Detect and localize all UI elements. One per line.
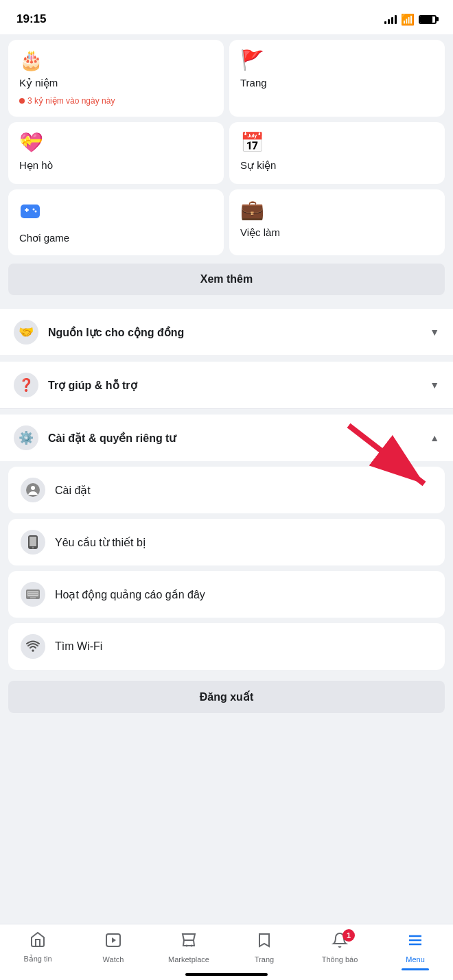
main-content: 🎂 Kỷ niệm 3 kỷ niệm vào ngày này 🚩 Trang… xyxy=(0,34,453,790)
submenu-cai-dat-label: Cài đặt xyxy=(55,484,91,497)
accordion-tro-giup[interactable]: ❓ Trợ giúp & hỗ trợ ▼ xyxy=(0,362,453,409)
svg-point-11 xyxy=(32,547,34,549)
tile-ky-niem-subtitle: 3 kỷ niệm vào ngày này xyxy=(19,96,213,106)
status-time: 19:15 xyxy=(16,12,46,26)
submenu-tim-wifi-label: Tìm Wi-Fi xyxy=(55,640,102,653)
section-divider-1 xyxy=(0,303,453,309)
tile-ky-niem-icon: 🎂 xyxy=(19,51,213,70)
tile-su-kien[interactable]: 📅 Sự kiện xyxy=(229,122,445,184)
nav-trang-label: Trang xyxy=(255,955,274,964)
svg-rect-10 xyxy=(30,537,36,546)
wifi-icon: 📶 xyxy=(401,13,415,26)
submenu-cai-dat[interactable]: Cài đặt xyxy=(8,467,445,513)
nav-trang[interactable]: Trang xyxy=(226,932,302,964)
submenu-hoat-dong-label: Hoạt động quảng cáo gần đây xyxy=(55,588,205,601)
active-indicator xyxy=(402,968,429,970)
tile-choi-game-label: Chơi game xyxy=(19,232,213,244)
submenu-yeu-cau-label: Yêu cầu từ thiết bị xyxy=(55,536,146,549)
nav-thong-bao[interactable]: 1 Thông báo xyxy=(302,932,378,964)
nav-trang-icon xyxy=(256,932,272,953)
accordion-cai-dat-quyen-chevron: ▲ xyxy=(430,432,439,443)
nav-bang-tin[interactable]: Bảng tin xyxy=(0,931,76,964)
nav-marketplace-icon xyxy=(181,932,197,953)
accordion-cai-dat-quyen-label: Cài đặt & quyền riêng tư xyxy=(48,432,420,445)
dot-red xyxy=(19,98,25,104)
status-bar: 19:15 📶 xyxy=(0,0,453,34)
svg-marker-19 xyxy=(112,937,116,943)
home-indicator xyxy=(185,973,268,976)
accordion-cai-dat-quyen-icon: ⚙️ xyxy=(14,425,38,450)
accordion-cai-dat-quyen[interactable]: ⚙️ Cài đặt & quyền riêng tư ▲ xyxy=(0,415,453,461)
nav-watch[interactable]: Watch xyxy=(76,932,151,964)
nav-watch-label: Watch xyxy=(103,955,124,964)
submenu-cai-dat-icon xyxy=(21,478,45,502)
accordion-nguon-luc[interactable]: 🤝 Nguồn lực cho cộng đồng ▼ xyxy=(0,309,453,356)
tile-hen-ho-label: Hẹn hò xyxy=(19,159,213,172)
nav-menu[interactable]: Menu xyxy=(378,932,453,964)
svg-point-3 xyxy=(33,209,35,211)
nav-thong-bao-label: Thông báo xyxy=(322,955,358,964)
tile-viec-lam[interactable]: 💼 Việc làm xyxy=(229,189,445,255)
logout-button[interactable]: Đăng xuất xyxy=(8,681,445,713)
accordion-nguon-luc-icon: 🤝 xyxy=(14,320,38,345)
nav-marketplace-label: Marketplace xyxy=(168,955,209,964)
status-icons: 📶 xyxy=(384,13,437,26)
nav-menu-label: Menu xyxy=(406,955,425,964)
tile-choi-game[interactable]: Chơi game xyxy=(8,189,224,255)
tile-viec-lam-icon: 💼 xyxy=(240,200,434,220)
tile-viec-lam-label: Việc làm xyxy=(240,226,434,239)
submenu-section: Cài đặt xyxy=(0,461,453,675)
nav-marketplace[interactable]: Marketplace xyxy=(151,932,226,964)
bottom-spacer xyxy=(0,721,453,790)
svg-rect-0 xyxy=(21,205,40,218)
section-divider-3 xyxy=(0,409,453,415)
signal-icon xyxy=(384,14,397,24)
tile-hen-ho[interactable]: 💝 Hẹn hò xyxy=(8,122,224,184)
submenu-hoat-dong-icon xyxy=(21,582,45,607)
battery-icon xyxy=(419,15,437,24)
grid-section: 🎂 Kỷ niệm 3 kỷ niệm vào ngày này 🚩 Trang… xyxy=(0,34,453,261)
bottom-nav: Bảng tin Watch Marketplace Trang xyxy=(0,924,453,980)
accordion-tro-giup-chevron: ▼ xyxy=(430,380,439,390)
nav-bang-tin-label: Bảng tin xyxy=(23,955,51,964)
accordion-tro-giup-label: Trợ giúp & hỗ trợ xyxy=(48,379,420,392)
tile-trang-label: Trang xyxy=(240,77,434,89)
nav-watch-icon xyxy=(105,932,121,953)
notification-badge: 1 xyxy=(342,929,355,942)
see-more-button[interactable]: Xem thêm xyxy=(8,264,445,295)
tile-trang-icon: 🚩 xyxy=(240,51,434,70)
accordion-tro-giup-icon: ❓ xyxy=(14,373,38,397)
tile-ky-niem[interactable]: 🎂 Kỷ niệm 3 kỷ niệm vào ngày này xyxy=(8,40,224,117)
tile-trang[interactable]: 🚩 Trang xyxy=(229,40,445,117)
submenu-hoat-dong[interactable]: Hoạt động quảng cáo gần đây xyxy=(8,571,445,618)
submenu-yeu-cau[interactable]: Yêu cầu từ thiết bị xyxy=(8,519,445,565)
nav-bang-tin-icon xyxy=(30,931,46,952)
submenu-tim-wifi[interactable]: Tìm Wi-Fi xyxy=(8,623,445,670)
tile-ky-niem-label: Kỷ niệm xyxy=(19,77,213,89)
svg-point-6 xyxy=(31,486,35,490)
section-divider-2 xyxy=(0,356,453,362)
svg-rect-13 xyxy=(27,591,38,596)
tile-su-kien-icon: 📅 xyxy=(240,133,434,152)
accordion-nguon-luc-chevron: ▼ xyxy=(430,327,439,338)
submenu-tim-wifi-icon xyxy=(21,634,45,659)
svg-point-17 xyxy=(32,650,34,652)
nav-menu-icon xyxy=(407,932,423,953)
tile-su-kien-label: Sự kiện xyxy=(240,159,434,172)
accordion-nguon-luc-label: Nguồn lực cho cộng đồng xyxy=(48,326,420,339)
svg-rect-2 xyxy=(26,208,27,212)
submenu-yeu-cau-icon xyxy=(21,530,45,555)
svg-point-4 xyxy=(35,211,37,213)
tile-choi-game-icon xyxy=(19,200,213,225)
tile-hen-ho-icon: 💝 xyxy=(19,133,213,152)
